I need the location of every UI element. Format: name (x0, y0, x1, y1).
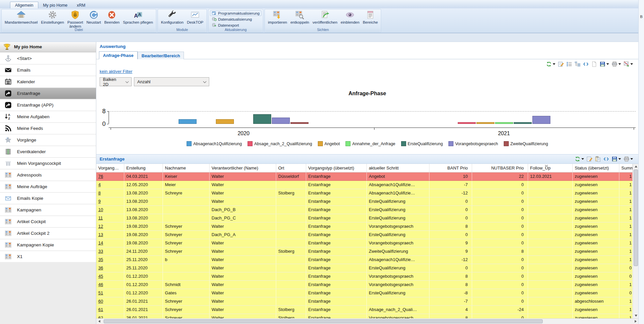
ribbon-button-importieren[interactable]: importieren (266, 10, 289, 24)
sidebar-item-vorg-nge[interactable]: Vorgänge (0, 135, 96, 146)
row-id-link[interactable]: 36 (96, 264, 124, 272)
tab-anfrage-phase[interactable]: Anfrage-Phase (99, 51, 138, 59)
dropdown-caret-icon[interactable] (630, 158, 633, 160)
sidebar-item-erstanfrage[interactable]: Erstanfrage (0, 88, 96, 99)
table-row-61[interactable]: 6126.01.2021SchreyerWalterStolbergErstan… (96, 306, 633, 314)
row-id-link[interactable]: 4 (96, 181, 124, 189)
paste-button[interactable] (595, 156, 601, 162)
list-view-button[interactable] (566, 61, 572, 67)
ribbon-button-konfiguration[interactable]: Konfiguration (159, 10, 185, 24)
table-row-46[interactable]: 4601.12.2020SchmidtWalterErstanfrageVora… (96, 281, 633, 289)
sidebar-item-eventkalender[interactable]: Eventkalender (0, 146, 96, 157)
table-row-10[interactable]: 1013.08.2020Dach_PG_BErstanfrageErsteQua… (96, 206, 633, 214)
table-row-76[interactable]: 7604.03.2021KeiserWalterDüsseldorfErstan… (96, 172, 633, 181)
ribbon-button-sprachen-pflegen[interactable]: AASprachen pflegen (121, 10, 155, 24)
dropdown-caret-icon[interactable] (553, 63, 555, 65)
sidebar-item-kampagnen-kopie[interactable]: Kampagnen Kopie (0, 239, 96, 250)
table-row-62[interactable]: 6226.01.2021SchreyerWalterStolbergErstan… (96, 314, 633, 318)
column-header-verantwortlicher-name[interactable]: Verantwortlicher (Name) (210, 164, 276, 172)
column-header-bant-prio[interactable]: BANT Prio (429, 164, 472, 172)
save-button[interactable] (600, 61, 609, 67)
table-row-12[interactable]: 1219.08.2020SchreyerWalterErstanfrageVor… (96, 222, 633, 231)
row-id-link[interactable]: 45 (96, 272, 124, 280)
ribbon-tab-my-pio-home[interactable]: My pio Home (38, 2, 72, 8)
ribbon-button-passwort-ndern[interactable]: Passwort ändern (66, 10, 85, 28)
sidebar-item-meine-auftr-ge[interactable]: Meine Aufträge (0, 181, 96, 192)
row-id-link[interactable]: 76 (96, 172, 124, 180)
refresh-button[interactable] (546, 61, 555, 67)
ribbon-button-mandantenwechsel[interactable]: Mandantenwechsel (3, 10, 39, 24)
row-id-link[interactable]: 61 (96, 306, 124, 314)
table-row-11[interactable]: 1113.08.2020Dach_PG_CErstanfrageErsteQua… (96, 214, 633, 222)
row-id-link[interactable]: 8 (96, 189, 124, 197)
sidebar-item-mein-vorgangscockpit[interactable]: Mein Vorgangscockpit (0, 158, 96, 169)
chart-export-button[interactable] (624, 61, 633, 67)
scrollbar-thumb[interactable] (104, 319, 543, 323)
ribbon-button-bereiche[interactable]: Bereiche (361, 10, 379, 24)
column-header-follow-up[interactable]: Follow_Up (528, 164, 573, 172)
row-id-link[interactable]: 35 (96, 256, 124, 264)
ribbon-button-entkoppeln[interactable]: entkoppeln (289, 10, 311, 24)
ribbon-button-datenaktualisierung[interactable]: Datenaktualisierung (210, 16, 262, 22)
sidebar-item-artikel-cockpit[interactable]: Artikel Cockpit (0, 216, 96, 227)
sidebar-item-x1[interactable]: X1 (0, 251, 96, 262)
ribbon-tab-allgemein[interactable]: Allgemein (10, 2, 38, 8)
sidebar-item-artikel-cockpit-2[interactable]: Artikel Cockpit 2 (0, 228, 96, 239)
ribbon-tab-xrm[interactable]: xRM (72, 2, 90, 8)
table-row-45[interactable]: 4501.12.2020WalterErstanfrageVorangebots… (96, 272, 633, 281)
tree-view-button[interactable] (575, 61, 580, 67)
print-button[interactable] (624, 156, 633, 162)
column-header-nachname[interactable]: Nachname (163, 164, 210, 172)
edit-button[interactable] (558, 61, 564, 67)
new-page-button[interactable] (591, 61, 597, 67)
sidebar-item-start[interactable]: <Start> (0, 53, 96, 64)
table-row-4[interactable]: 412.05.2020MeierWalterErstanfrageAbsagen… (96, 181, 633, 189)
print-button[interactable] (612, 61, 621, 67)
ribbon-button-datenexport[interactable]: Datenexport (210, 22, 262, 28)
row-id-link[interactable]: 60 (96, 297, 124, 305)
code-view-button[interactable] (603, 156, 609, 162)
row-id-link[interactable]: 13 (96, 231, 124, 239)
table-row-8[interactable]: 813.08.2020SchreyreWalterStolbergErstanf… (96, 189, 633, 197)
ribbon-button-einstellungen[interactable]: Einstellungen (39, 10, 66, 24)
collapsed-panel-tab[interactable]: B (638, 0, 644, 324)
ribbon-button-desktop[interactable]: DeskTOP (185, 10, 205, 24)
save-button[interactable] (612, 156, 621, 162)
column-header-nutbaser-prio[interactable]: NUTBASER Prio (472, 164, 528, 172)
table-row-60[interactable]: 6026.01.2021SchreyerWalterErstanfrage-70… (96, 297, 633, 306)
ribbon-button-einblenden[interactable]: einblenden (339, 10, 361, 24)
scroll-up-arrow[interactable] (633, 164, 638, 169)
dropdown-caret-icon[interactable] (581, 158, 584, 160)
sidebar-item-emails-kopie[interactable]: Emails Kopie (0, 193, 96, 204)
chart-type-select[interactable]: Balken 2D (100, 77, 132, 86)
sidebar-item-meine-feeds[interactable]: Meine Feeds (0, 123, 96, 134)
tab-bearbeiter-bereich[interactable]: Bearbeiter/Bereich (138, 52, 184, 59)
row-id-link[interactable]: 33 (96, 247, 124, 255)
scroll-right-arrow[interactable] (633, 319, 638, 324)
row-id-link[interactable]: 51 (96, 289, 124, 297)
horizontal-scrollbar[interactable] (96, 318, 638, 324)
dropdown-caret-icon[interactable] (618, 63, 621, 65)
table-row-33[interactable]: 3324.11.2020SchreyerWalterStolbergErstan… (96, 247, 633, 256)
code-view-button[interactable] (583, 61, 589, 67)
table-vertical-scrollbar[interactable] (633, 164, 638, 318)
ribbon-button-ver-ffentlichen[interactable]: veröffentlichen (311, 10, 339, 24)
sidebar-item-meine-aufgaben[interactable]: AZMeine Aufgaben (0, 111, 96, 122)
active-filter-link[interactable]: kein aktiver Filter (100, 69, 132, 74)
dropdown-caret-icon[interactable] (630, 63, 633, 65)
ribbon-button-programmaktualisierung[interactable]: Programmaktualisierung (210, 10, 262, 16)
column-header-aktueller-schritt[interactable]: aktueller Schritt (367, 164, 429, 172)
column-header-ort[interactable]: Ort (276, 164, 306, 172)
table-row-35[interactable]: 3525.11.2020bWalterErstanfrageAbsagenach… (96, 256, 633, 264)
row-id-link[interactable]: 62 (96, 314, 124, 318)
column-header-erstellung[interactable]: Erstellung (124, 164, 163, 172)
column-header-status-bersetzt[interactable]: Status (übersetzt) (573, 164, 619, 172)
row-id-link[interactable]: 10 (96, 206, 124, 214)
sidebar-item-kalender[interactable]: Kalender (0, 76, 96, 87)
ribbon-button-beenden[interactable]: Beenden (103, 10, 121, 24)
ribbon-button-neustart[interactable]: Neustart (85, 10, 102, 24)
sidebar-item-adresspools[interactable]: Adresspools (0, 169, 96, 180)
table-row-51[interactable]: 5101.12.2020GatesWalterErstanfrageErsteQ… (96, 289, 633, 297)
table-row-36[interactable]: 3625.11.2020WalterErstanfrageErsteQualif… (96, 264, 633, 272)
row-id-link[interactable]: 11 (96, 214, 124, 222)
